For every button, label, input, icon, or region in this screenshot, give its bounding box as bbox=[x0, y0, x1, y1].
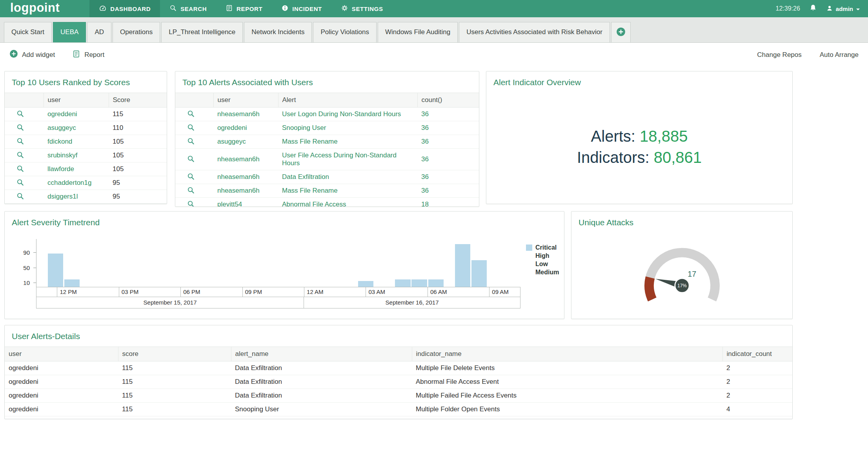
alert-link[interactable]: Data Exfiltration bbox=[278, 170, 417, 184]
alerts-line: Alerts: 18,885 bbox=[486, 126, 792, 147]
legend-label: Medium bbox=[535, 268, 559, 276]
widget-title: Top 10 Users Ranked by Scores bbox=[5, 71, 167, 93]
column-header-score: score bbox=[118, 347, 231, 361]
alert-link[interactable]: Abnormal File Access bbox=[278, 198, 417, 207]
magnifier-icon bbox=[187, 155, 195, 162]
table-row: llawforde105 bbox=[5, 162, 167, 176]
x-tick-line bbox=[428, 287, 428, 297]
date-label: September 15, 2017 bbox=[36, 297, 304, 308]
widget-severity-timetrend: Alert Severity Timetrend 105090 12 PM03 … bbox=[4, 211, 564, 319]
tab-policy-violations[interactable]: Policy Violations bbox=[313, 22, 376, 42]
clock-time: 12:39:26 bbox=[776, 5, 800, 12]
table-row: asuggeyc110 bbox=[5, 121, 167, 135]
table-row: dsiggers1l95 bbox=[5, 190, 167, 204]
row-drilldown-cell[interactable] bbox=[175, 149, 213, 170]
legend-label: Critical bbox=[535, 244, 557, 252]
timetrend-bar bbox=[48, 254, 63, 287]
detail-cell-alert_name: Snooping User bbox=[231, 403, 412, 416]
user-link[interactable]: llawforde bbox=[44, 162, 109, 176]
report-button[interactable]: Report bbox=[72, 50, 104, 60]
tab-operations[interactable]: Operations bbox=[113, 22, 160, 42]
nav-search[interactable]: SEARCH bbox=[160, 0, 216, 17]
tab-lp-threat-intelligence[interactable]: LP_Threat Intelligence bbox=[161, 22, 243, 42]
row-drilldown-cell[interactable] bbox=[5, 149, 44, 162]
auto-arrange-button[interactable]: Auto Arrange bbox=[820, 51, 859, 59]
legend-item: Medium bbox=[526, 268, 559, 276]
dashboard-icon bbox=[99, 4, 107, 13]
detail-cell-indicator_name: Multiple Failed File Access Events bbox=[412, 389, 722, 403]
x-tick-label: 12 AM bbox=[307, 288, 324, 295]
user-link[interactable]: asuggeyc bbox=[213, 135, 278, 149]
row-drilldown-cell[interactable] bbox=[5, 108, 44, 121]
legend-swatch bbox=[526, 245, 532, 251]
tab-list: Quick StartUEBAADOperationsLP_Threat Int… bbox=[4, 22, 610, 42]
nav-settings[interactable]: SETTINGS bbox=[331, 0, 393, 17]
bell-icon[interactable] bbox=[809, 4, 817, 14]
user-link[interactable]: ogreddeni bbox=[44, 108, 109, 121]
row-drilldown-cell[interactable] bbox=[175, 121, 213, 135]
change-repos-button[interactable]: Change Repos bbox=[757, 51, 801, 59]
user-link[interactable]: plevitt54 bbox=[213, 198, 278, 207]
row-drilldown-cell[interactable] bbox=[5, 176, 44, 190]
top-navbar: logpoint DASHBOARD SEARCH REPORT INCIDEN… bbox=[0, 0, 868, 17]
tab-users-activities-associated-with-risk-behavior[interactable]: Users Activities Associated with Risk Be… bbox=[459, 22, 610, 42]
user-link[interactable]: dsiggers1l bbox=[44, 190, 109, 204]
user-link[interactable]: ogreddeni bbox=[213, 121, 278, 135]
alert-link[interactable]: Snooping User bbox=[278, 121, 417, 135]
alert-link[interactable]: Mass File Rename bbox=[278, 135, 417, 149]
row-drilldown-cell[interactable] bbox=[175, 108, 213, 121]
gauge-fill bbox=[649, 277, 652, 299]
add-widget-button[interactable]: Add widget bbox=[9, 49, 55, 60]
tab-windows-file-auditing[interactable]: Windows File Auditing bbox=[378, 22, 458, 42]
tab-quick-start[interactable]: Quick Start bbox=[4, 22, 52, 42]
row-drilldown-cell[interactable] bbox=[175, 170, 213, 184]
table-row: ogreddeni115Data ExfiltrationAbnormal Fi… bbox=[5, 375, 792, 389]
x-tick-label: 06 PM bbox=[183, 288, 200, 295]
user-link[interactable]: asuggeyc bbox=[44, 121, 109, 135]
logpoint-logo: logpoint bbox=[0, 1, 71, 16]
x-tick-label: 03 AM bbox=[368, 288, 385, 295]
row-drilldown-cell[interactable] bbox=[175, 198, 213, 207]
nav-dashboard[interactable]: DASHBOARD bbox=[89, 0, 160, 17]
tab-network-incidents[interactable]: Network Incidents bbox=[244, 22, 312, 42]
user-link[interactable]: fdickond bbox=[44, 135, 109, 149]
user-link[interactable]: cchadderton1g bbox=[44, 176, 109, 190]
nav-incident[interactable]: INCIDENT bbox=[272, 0, 331, 17]
add-dashboard-tab-button[interactable] bbox=[611, 22, 631, 42]
dashboard-toolbar: Add widget Report Change Repos Auto Arra… bbox=[0, 43, 868, 67]
x-tick-line bbox=[57, 287, 57, 297]
row-drilldown-cell[interactable] bbox=[5, 121, 44, 135]
row-drilldown-cell[interactable] bbox=[175, 184, 213, 198]
alert-link[interactable]: User File Access During Non-Standard Hou… bbox=[278, 149, 417, 170]
magnifier-icon bbox=[16, 110, 24, 117]
tab-ueba[interactable]: UEBA bbox=[53, 22, 86, 42]
alert-link[interactable]: Mass File Rename bbox=[278, 184, 417, 198]
widget-user-alerts-details: User Alerts-Details user score alert_nam… bbox=[4, 325, 793, 419]
user-link[interactable]: nheaseman6h bbox=[213, 108, 278, 121]
row-drilldown-cell[interactable] bbox=[175, 135, 213, 149]
detail-cell-score: 115 bbox=[118, 361, 231, 375]
nav-report-label: REPORT bbox=[237, 5, 262, 12]
user-link[interactable]: nheaseman6h bbox=[213, 170, 278, 184]
top-users-tbody: ogreddeni115asuggeyc110fdickond105srubin… bbox=[5, 108, 167, 204]
user-link[interactable]: nheaseman6h bbox=[213, 184, 278, 198]
legend-label: Low bbox=[535, 260, 548, 268]
y-tick-label: 10 bbox=[14, 279, 30, 286]
user-menu[interactable]: admin bbox=[826, 5, 860, 13]
row-drilldown-cell[interactable] bbox=[5, 190, 44, 204]
user-link[interactable]: srubinskyf bbox=[44, 149, 109, 162]
x-tick-label: 09 PM bbox=[245, 288, 262, 295]
column-header-icon bbox=[175, 93, 213, 108]
dashboard-grid: Top 10 Users Ranked by Scores user Score… bbox=[0, 67, 868, 426]
alert-link[interactable]: User Logon During Non-Standard Hours bbox=[278, 108, 417, 121]
x-tick-line bbox=[366, 287, 366, 297]
score-value: 110 bbox=[109, 121, 167, 135]
table-row: cchadderton1g95 bbox=[5, 176, 167, 190]
nav-report[interactable]: REPORT bbox=[216, 0, 272, 17]
user-link[interactable]: nheaseman6h bbox=[213, 149, 278, 170]
tab-ad[interactable]: AD bbox=[87, 22, 111, 42]
row-drilldown-cell[interactable] bbox=[5, 162, 44, 176]
count-value: 36 bbox=[417, 149, 479, 170]
column-header-score: Score bbox=[109, 93, 167, 108]
row-drilldown-cell[interactable] bbox=[5, 135, 44, 149]
